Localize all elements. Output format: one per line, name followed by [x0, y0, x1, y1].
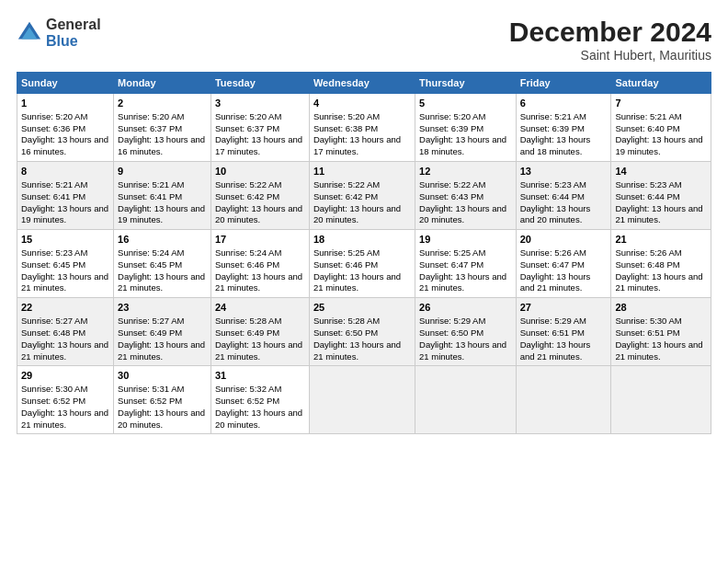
day-number: 9: [118, 165, 207, 178]
table-cell: 26Sunrise: 5:29 AMSunset: 6:50 PMDayligh…: [415, 298, 517, 366]
table-cell: 17Sunrise: 5:24 AMSunset: 6:46 PMDayligh…: [210, 230, 309, 298]
table-cell: 14Sunrise: 5:23 AMSunset: 6:44 PMDayligh…: [611, 162, 711, 230]
logo-blue-text: Blue: [46, 33, 101, 50]
table-cell: 6Sunrise: 5:21 AMSunset: 6:39 PMDaylight…: [516, 94, 611, 162]
main-title: December 2024: [509, 17, 711, 48]
logo-icon: [17, 20, 42, 46]
header-row: Sunday Monday Tuesday Wednesday Thursday…: [17, 73, 711, 94]
table-cell: 3Sunrise: 5:20 AMSunset: 6:37 PMDaylight…: [210, 94, 309, 162]
page: General Blue December 2024 Saint Hubert,…: [0, 0, 728, 563]
table-cell: 4Sunrise: 5:20 AMSunset: 6:38 PMDaylight…: [309, 94, 415, 162]
day-number: 13: [520, 165, 608, 178]
table-cell: 7Sunrise: 5:21 AMSunset: 6:40 PMDaylight…: [611, 94, 711, 162]
day-number: 7: [615, 97, 707, 110]
day-number: 8: [21, 165, 109, 178]
table-cell: 30Sunrise: 5:31 AMSunset: 6:52 PMDayligh…: [114, 366, 211, 434]
day-number: 25: [313, 301, 411, 315]
header: General Blue December 2024 Saint Hubert,…: [17, 17, 711, 63]
table-row: 15Sunrise: 5:23 AMSunset: 6:45 PMDayligh…: [17, 230, 711, 298]
day-number: 21: [615, 233, 707, 247]
col-monday: Monday: [114, 73, 211, 94]
table-cell: 27Sunrise: 5:29 AMSunset: 6:51 PMDayligh…: [516, 298, 611, 366]
calendar-table: Sunday Monday Tuesday Wednesday Thursday…: [17, 72, 711, 434]
table-cell: [415, 366, 517, 434]
day-number: 10: [215, 165, 305, 178]
table-row: 8Sunrise: 5:21 AMSunset: 6:41 PMDaylight…: [17, 162, 711, 230]
col-thursday: Thursday: [415, 73, 517, 94]
table-cell: 10Sunrise: 5:22 AMSunset: 6:42 PMDayligh…: [210, 162, 309, 230]
table-cell: 22Sunrise: 5:27 AMSunset: 6:48 PMDayligh…: [17, 298, 114, 366]
day-number: 20: [520, 233, 608, 247]
table-cell: 20Sunrise: 5:26 AMSunset: 6:47 PMDayligh…: [516, 230, 611, 298]
table-cell: 23Sunrise: 5:27 AMSunset: 6:49 PMDayligh…: [114, 298, 211, 366]
table-cell: [309, 366, 415, 434]
table-cell: 8Sunrise: 5:21 AMSunset: 6:41 PMDaylight…: [17, 162, 114, 230]
table-cell: 21Sunrise: 5:26 AMSunset: 6:48 PMDayligh…: [611, 230, 711, 298]
table-cell: 11Sunrise: 5:22 AMSunset: 6:42 PMDayligh…: [309, 162, 415, 230]
table-cell: 24Sunrise: 5:28 AMSunset: 6:49 PMDayligh…: [210, 298, 309, 366]
col-saturday: Saturday: [611, 73, 711, 94]
table-row: 22Sunrise: 5:27 AMSunset: 6:48 PMDayligh…: [17, 298, 711, 366]
table-cell: 12Sunrise: 5:22 AMSunset: 6:43 PMDayligh…: [415, 162, 517, 230]
day-number: 22: [21, 301, 109, 315]
table-cell: 16Sunrise: 5:24 AMSunset: 6:45 PMDayligh…: [114, 230, 211, 298]
table-cell: 18Sunrise: 5:25 AMSunset: 6:46 PMDayligh…: [309, 230, 415, 298]
day-number: 19: [419, 233, 512, 247]
day-number: 24: [215, 301, 305, 315]
day-number: 11: [313, 165, 411, 178]
logo-text: General Blue: [46, 17, 101, 49]
day-number: 16: [118, 233, 207, 247]
day-number: 18: [313, 233, 411, 247]
table-cell: 15Sunrise: 5:23 AMSunset: 6:45 PMDayligh…: [17, 230, 114, 298]
day-number: 14: [615, 165, 707, 178]
day-number: 4: [313, 97, 411, 110]
day-number: 2: [118, 97, 207, 110]
table-cell: 9Sunrise: 5:21 AMSunset: 6:41 PMDaylight…: [114, 162, 211, 230]
col-sunday: Sunday: [17, 73, 114, 94]
table-cell: 2Sunrise: 5:20 AMSunset: 6:37 PMDaylight…: [114, 94, 211, 162]
table-cell: 25Sunrise: 5:28 AMSunset: 6:50 PMDayligh…: [309, 298, 415, 366]
day-number: 29: [21, 369, 109, 383]
table-row: 29Sunrise: 5:30 AMSunset: 6:52 PMDayligh…: [17, 366, 711, 434]
day-number: 27: [520, 301, 608, 315]
day-number: 31: [215, 369, 305, 383]
table-row: 1Sunrise: 5:20 AMSunset: 6:36 PMDaylight…: [17, 94, 711, 162]
day-number: 1: [21, 97, 109, 110]
col-wednesday: Wednesday: [309, 73, 415, 94]
day-number: 5: [419, 97, 512, 110]
table-cell: 5Sunrise: 5:20 AMSunset: 6:39 PMDaylight…: [415, 94, 517, 162]
day-number: 26: [419, 301, 512, 315]
day-number: 3: [215, 97, 305, 110]
day-number: 17: [215, 233, 305, 247]
title-block: December 2024 Saint Hubert, Mauritius: [509, 17, 711, 63]
table-cell: 29Sunrise: 5:30 AMSunset: 6:52 PMDayligh…: [17, 366, 114, 434]
table-cell: 1Sunrise: 5:20 AMSunset: 6:36 PMDaylight…: [17, 94, 114, 162]
day-number: 15: [21, 233, 109, 247]
logo-general-text: General: [46, 17, 101, 33]
day-number: 30: [118, 369, 207, 383]
table-cell: 31Sunrise: 5:32 AMSunset: 6:52 PMDayligh…: [210, 366, 309, 434]
day-number: 12: [419, 165, 512, 178]
day-number: 23: [118, 301, 207, 315]
col-friday: Friday: [516, 73, 611, 94]
day-number: 28: [615, 301, 707, 315]
table-cell: 13Sunrise: 5:23 AMSunset: 6:44 PMDayligh…: [516, 162, 611, 230]
table-cell: 28Sunrise: 5:30 AMSunset: 6:51 PMDayligh…: [611, 298, 711, 366]
table-cell: [611, 366, 711, 434]
table-cell: 19Sunrise: 5:25 AMSunset: 6:47 PMDayligh…: [415, 230, 517, 298]
logo: General Blue: [17, 17, 101, 49]
subtitle: Saint Hubert, Mauritius: [509, 48, 711, 63]
table-cell: [516, 366, 611, 434]
col-tuesday: Tuesday: [210, 73, 309, 94]
day-number: 6: [520, 97, 608, 110]
